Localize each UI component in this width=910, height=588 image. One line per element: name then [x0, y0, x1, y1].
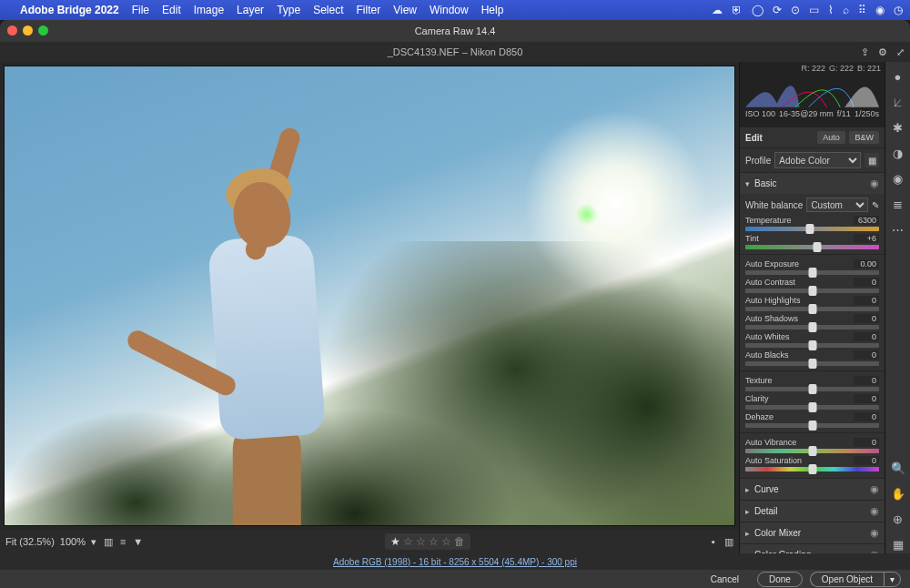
- battery-icon[interactable]: ▭: [809, 4, 819, 16]
- star-5[interactable]: ☆: [441, 535, 451, 548]
- zoom-dropdown-icon[interactable]: ▾: [91, 536, 96, 548]
- status-icon[interactable]: ⟳: [773, 4, 782, 16]
- slider-value[interactable]: +6: [854, 234, 879, 243]
- slider-value[interactable]: 0: [854, 332, 879, 341]
- status-icon[interactable]: ◯: [752, 4, 763, 16]
- slider-thumb[interactable]: [808, 322, 816, 332]
- minimize-window-button[interactable]: [23, 25, 33, 35]
- more-icon[interactable]: ⋯: [889, 220, 907, 238]
- control-center-icon[interactable]: ⠿: [858, 4, 866, 16]
- zoom-tool-icon[interactable]: 🔍: [889, 459, 907, 477]
- cancel-button[interactable]: Cancel: [700, 573, 750, 586]
- slider-thumb[interactable]: [808, 446, 816, 456]
- slider-track[interactable]: [745, 423, 879, 428]
- open-object-button[interactable]: Open Object: [810, 572, 884, 587]
- slider-track[interactable]: [745, 467, 879, 471]
- settings-gear-icon[interactable]: ⚙: [878, 46, 887, 58]
- menu-file[interactable]: File: [132, 4, 149, 16]
- menu-select[interactable]: Select: [313, 4, 343, 16]
- hand-tool-icon[interactable]: ✋: [889, 484, 907, 502]
- presets-icon[interactable]: ≣: [889, 195, 907, 213]
- siri-icon[interactable]: ◉: [875, 4, 885, 16]
- slider-track[interactable]: [745, 387, 879, 391]
- fullscreen-icon[interactable]: ⤢: [896, 46, 905, 58]
- slider-thumb[interactable]: [808, 304, 816, 314]
- slider-thumb[interactable]: [808, 402, 816, 412]
- slider-track[interactable]: [745, 405, 879, 410]
- menu-view[interactable]: View: [393, 4, 417, 16]
- filter-icon[interactable]: ≡: [120, 536, 126, 547]
- slider-track[interactable]: [745, 361, 879, 366]
- crop-tool-icon[interactable]: ⟀: [889, 93, 907, 111]
- grid-tool-icon[interactable]: ▦: [889, 535, 907, 553]
- trash-icon[interactable]: 🗑: [454, 535, 465, 548]
- mask-tool-icon[interactable]: ◑: [889, 144, 907, 162]
- slider-value[interactable]: 0: [854, 278, 879, 287]
- status-icon[interactable]: ⛨: [732, 4, 743, 16]
- fit-zoom-button[interactable]: Fit (32.5%): [5, 536, 55, 547]
- slider-track[interactable]: [745, 343, 879, 348]
- clock-icon[interactable]: ◷: [894, 4, 903, 16]
- star-1[interactable]: ★: [390, 535, 400, 548]
- status-icon[interactable]: ☁: [712, 4, 723, 16]
- slider-thumb[interactable]: [814, 242, 822, 252]
- close-window-button[interactable]: [7, 25, 17, 35]
- maximize-window-button[interactable]: [38, 25, 48, 35]
- star-3[interactable]: ☆: [416, 535, 426, 548]
- redeye-tool-icon[interactable]: ◉: [889, 169, 907, 188]
- share-icon[interactable]: ⇪: [861, 46, 869, 58]
- menu-edit[interactable]: Edit: [162, 4, 181, 16]
- section-header[interactable]: ▸ Detail ◉: [740, 501, 885, 522]
- eyedropper-icon[interactable]: ✎: [872, 200, 879, 210]
- slider-value[interactable]: 0: [854, 394, 879, 403]
- menu-type[interactable]: Type: [277, 4, 300, 16]
- eye-icon[interactable]: ◉: [870, 527, 879, 539]
- slider-value[interactable]: 6300: [854, 216, 879, 225]
- slider-thumb[interactable]: [808, 384, 816, 394]
- slider-thumb[interactable]: [808, 268, 816, 278]
- menu-image[interactable]: Image: [194, 4, 224, 16]
- eye-icon[interactable]: ◉: [870, 549, 879, 553]
- funnel-icon[interactable]: ▼: [133, 536, 143, 547]
- slider-value[interactable]: 0: [854, 314, 879, 323]
- profile-select[interactable]: Adobe Color: [774, 152, 861, 168]
- slider-thumb[interactable]: [808, 340, 816, 350]
- wb-select[interactable]: Custom: [806, 198, 868, 212]
- star-4[interactable]: ☆: [429, 535, 439, 548]
- slider-track[interactable]: [745, 449, 879, 453]
- slider-track[interactable]: [745, 227, 879, 231]
- eye-icon[interactable]: ◉: [870, 177, 879, 189]
- slider-track[interactable]: [745, 245, 879, 249]
- slider-value[interactable]: 0.00: [854, 259, 879, 269]
- wifi-icon[interactable]: ⌇: [828, 4, 834, 16]
- search-icon[interactable]: ⌕: [843, 4, 849, 16]
- slider-thumb[interactable]: [805, 224, 814, 234]
- edit-tool-icon[interactable]: ●: [889, 67, 907, 86]
- workflow-link[interactable]: Adobe RGB (1998) - 16 bit - 8256 x 5504 …: [0, 553, 910, 570]
- image-preview[interactable]: [4, 66, 735, 526]
- histogram[interactable]: R: 222 G: 222 B: 221 ISO 100 16-35@29 mm…: [740, 62, 885, 127]
- done-button[interactable]: Done: [757, 572, 803, 587]
- section-header[interactable]: ▸ Color Mixer ◉: [740, 522, 885, 543]
- filmstrip-icon[interactable]: ▪: [712, 536, 715, 548]
- compare-icon[interactable]: ▥: [104, 536, 113, 548]
- slider-track[interactable]: [745, 270, 879, 275]
- sampler-tool-icon[interactable]: ⊕: [889, 510, 907, 528]
- eye-icon[interactable]: ◉: [870, 483, 879, 495]
- slider-value[interactable]: 0: [854, 350, 879, 360]
- eye-icon[interactable]: ◉: [870, 505, 879, 517]
- menu-window[interactable]: Window: [430, 4, 469, 16]
- open-object-dropdown[interactable]: ▾: [884, 572, 901, 587]
- slider-value[interactable]: 0: [854, 438, 879, 447]
- section-basic-header[interactable]: ▾ Basic ◉: [740, 173, 885, 194]
- grid-view-icon[interactable]: ▥: [724, 536, 733, 548]
- menu-help[interactable]: Help: [481, 4, 504, 16]
- slider-thumb[interactable]: [808, 464, 816, 474]
- star-2[interactable]: ☆: [403, 535, 413, 548]
- slider-value[interactable]: 0: [854, 456, 879, 465]
- zoom-level[interactable]: 100%: [60, 536, 86, 547]
- slider-value[interactable]: 0: [854, 412, 879, 421]
- profile-browser-icon[interactable]: ▦: [864, 153, 879, 167]
- section-header[interactable]: ▸ Curve ◉: [740, 479, 885, 500]
- slider-track[interactable]: [745, 289, 879, 293]
